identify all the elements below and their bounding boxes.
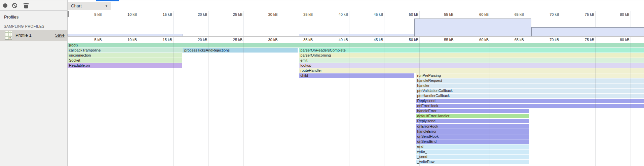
gridline-35kb — [314, 11, 314, 36]
overview-drag-handle[interactable] — [68, 11, 69, 17]
flame-bar-preValidationCallback[interactable]: preValidationCallback — [416, 89, 644, 93]
view-mode-value: Chart — [71, 3, 82, 8]
flame-bar-callbackTrampoline[interactable]: callbackTrampoline — [68, 48, 183, 53]
tick-label-45kb: 45 kB — [374, 38, 383, 42]
flame-bar-child[interactable]: child — [299, 73, 414, 78]
gridline-25kb — [243, 11, 244, 36]
tick-label-40kb: 40 kB — [339, 12, 348, 16]
tick-label-60kb: 60 kB — [479, 38, 489, 42]
tick-label-55kb: 55 kB — [444, 38, 453, 42]
flame-bar-(root)[interactable]: (root) — [68, 43, 644, 47]
sidebar-divider — [67, 0, 68, 166]
flame-bar-handleError[interactable]: handleError — [416, 109, 529, 113]
tick-label-35kb: 35 kB — [303, 38, 313, 42]
flame-bar-preHandlerCallback[interactable]: preHandlerCallback — [416, 94, 644, 98]
flame-bar-end[interactable]: end — [416, 144, 529, 149]
gridline-15kb — [173, 11, 174, 36]
tick-label-65kb: 65 kB — [515, 12, 524, 16]
tick-label-65kb: 65 kB — [515, 38, 524, 42]
flame-bar-write_[interactable]: write_ — [416, 150, 529, 154]
sampling-profiles-section-label: SAMPLING PROFILES — [4, 24, 44, 28]
flame-bar-handleError[interactable]: handleError — [416, 129, 529, 134]
overview-area-segment-3[interactable] — [414, 19, 531, 36]
flame-chart-pane[interactable]: 5 kB10 kB15 kB20 kB25 kB30 kB35 kB40 kB4… — [68, 37, 644, 166]
profiler-window: Profiles SAMPLING PROFILES % Profile 1 S… — [0, 0, 644, 166]
gridline-5kb — [103, 11, 103, 36]
flame-bar-handleRequest[interactable]: handleRequest — [416, 78, 644, 83]
flame-bar-Reply.send[interactable]: Reply.send — [416, 99, 644, 103]
tick-label-70kb: 70 kB — [550, 12, 559, 16]
flame-bar-handler[interactable]: handler — [416, 84, 644, 88]
sidebar-item-profile-1[interactable]: % Profile 1 Save — [0, 30, 67, 41]
tick-label-15kb: 15 kB — [163, 12, 172, 16]
profiler-toolbar — [0, 0, 67, 11]
flame-bar-onErrorHook[interactable]: onErrorHook — [416, 104, 644, 108]
profile-icon: % — [5, 31, 12, 40]
flame-bar-runPreParsing[interactable]: runPreParsing — [416, 73, 644, 78]
gridline-45kb — [384, 11, 384, 36]
tick-label-35kb: 35 kB — [303, 12, 313, 16]
gridline-10kb — [138, 11, 138, 36]
flame-bar-defaultErrorHandler[interactable]: defaultErrorHandler — [416, 114, 529, 118]
flame-bar-_writeRaw[interactable]: _writeRaw — [416, 160, 529, 164]
tick-label-70kb: 70 kB — [550, 38, 559, 42]
save-link[interactable]: Save — [55, 30, 65, 41]
flame-bar-onSendHook[interactable]: onSendHook — [416, 134, 529, 139]
tick-label-30kb: 30 kB — [268, 38, 277, 42]
gridline-20kb — [208, 37, 209, 166]
flame-bar-parserOnIncoming[interactable]: parserOnIncoming — [299, 53, 644, 58]
tick-label-10kb: 10 kB — [127, 12, 137, 16]
gridline-25kb — [243, 37, 244, 166]
tick-label-45kb: 45 kB — [374, 12, 383, 16]
tick-label-75kb: 75 kB — [585, 38, 594, 42]
flame-bar-_send[interactable]: _send — [416, 155, 529, 159]
tick-label-25kb: 25 kB — [233, 12, 242, 16]
tick-label-20kb: 20 kB — [198, 12, 207, 16]
gridline-30kb — [279, 37, 279, 166]
overview-area-segment-1[interactable] — [68, 34, 183, 36]
memory-overview-pane[interactable]: 5 kB10 kB15 kB20 kB25 kB30 kB35 kB40 kB4… — [68, 11, 644, 37]
tick-label-20kb: 20 kB — [198, 38, 207, 42]
tick-label-60kb: 60 kB — [479, 12, 489, 16]
tick-label-50kb: 50 kB — [409, 12, 418, 16]
flame-bar-parserOnHeadersComplete[interactable]: parserOnHeadersComplete — [299, 48, 644, 53]
profile-name: Profile 1 — [15, 30, 32, 41]
flame-bar-Socket[interactable]: Socket — [68, 58, 182, 63]
tick-label-5kb: 5 kB — [94, 12, 102, 16]
chart-header: Chart ▼ — [68, 0, 644, 11]
flame-bar-onSendEnd[interactable]: onSendEnd — [416, 139, 529, 144]
view-mode-select[interactable]: Chart ▼ — [68, 2, 111, 10]
overview-area-segment-2[interactable] — [299, 34, 414, 36]
chevron-down-icon: ▼ — [105, 2, 108, 10]
active-tab-indicator — [96, 0, 119, 1]
tick-label-10kb: 10 kB — [127, 38, 137, 42]
tick-label-5kb: 5 kB — [94, 38, 102, 42]
toolbar-separator — [20, 3, 20, 8]
clear-slash — [13, 4, 16, 7]
flame-bar-Reply.send[interactable]: Reply.send — [416, 119, 529, 123]
flame-bar-emit[interactable]: emit — [299, 58, 644, 63]
overview-area-segment-4[interactable] — [531, 27, 644, 36]
flame-bar-onconnection[interactable]: onconnection — [68, 53, 182, 58]
tick-label-55kb: 55 kB — [444, 12, 453, 16]
tick-label-50kb: 50 kB — [409, 38, 418, 42]
tick-label-80kb: 80 kB — [620, 38, 629, 42]
tick-label-40kb: 40 kB — [339, 38, 348, 42]
trash-icon[interactable] — [24, 3, 29, 8]
gridline-40kb — [349, 11, 349, 36]
gridline-30kb — [279, 11, 279, 36]
record-icon[interactable] — [3, 3, 7, 8]
tick-label-15kb: 15 kB — [163, 38, 172, 42]
flame-bar-onErrorHook[interactable]: onErrorHook — [416, 124, 529, 129]
clear-all-profiles-icon[interactable] — [12, 3, 17, 8]
profiles-sidebar: Profiles SAMPLING PROFILES % Profile 1 S… — [0, 11, 67, 166]
flame-bar-routeHandler[interactable]: routeHandler — [299, 68, 644, 73]
tick-label-75kb: 75 kB — [585, 12, 594, 16]
tick-label-30kb: 30 kB — [268, 12, 277, 16]
tick-label-25kb: 25 kB — [233, 38, 242, 42]
flame-bar-Readable.on[interactable]: Readable.on — [68, 63, 182, 68]
flame-bar-processTicksAndRejections[interactable]: processTicksAndRejections — [183, 48, 298, 53]
sidebar-title: Profiles — [4, 14, 18, 20]
flame-bar-lookup[interactable]: lookup — [299, 63, 644, 68]
tick-label-80kb: 80 kB — [620, 12, 629, 16]
